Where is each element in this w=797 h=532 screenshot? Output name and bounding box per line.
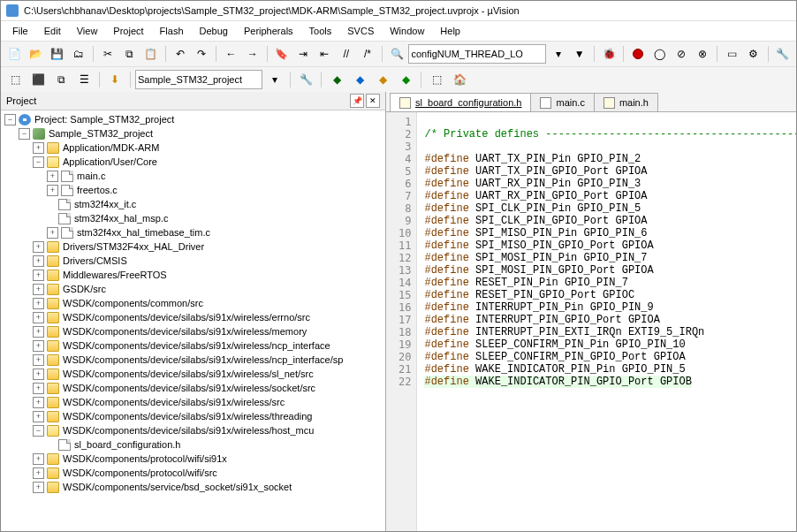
bookmark-button[interactable]: 🔖 <box>272 43 292 65</box>
expander-icon[interactable]: + <box>33 326 44 338</box>
tree-file-stm32it-c[interactable]: stm32f4xx_it.c <box>1 197 385 211</box>
expander-icon[interactable]: + <box>33 241 44 253</box>
pack-installer-button[interactable]: ◆ <box>372 69 393 90</box>
save-button[interactable]: 💾 <box>48 43 67 65</box>
batch-build-button[interactable]: ☰ <box>73 69 95 90</box>
outdent-button[interactable]: ⇤ <box>315 43 334 65</box>
window-layout-button[interactable]: ▭ <box>722 43 741 65</box>
expander-icon[interactable]: + <box>33 397 44 408</box>
menu-tools[interactable]: Tools <box>301 24 340 38</box>
expander-icon[interactable]: − <box>33 156 44 168</box>
find-combo[interactable] <box>408 44 546 64</box>
expander-icon[interactable]: + <box>33 482 44 493</box>
tree-group-proto-si91x[interactable]: +WSDK/components/protocol/wifi/si91x <box>1 452 385 466</box>
expander-icon[interactable]: + <box>47 185 58 196</box>
project-tree[interactable]: −Project: Sample_STM32_project−Sample_ST… <box>1 110 385 531</box>
expander-icon[interactable]: + <box>33 142 44 154</box>
menu-file[interactable]: File <box>4 24 36 38</box>
expander-icon[interactable]: + <box>33 340 44 352</box>
tree-group-gsdk[interactable]: +GSDK/src <box>1 282 385 296</box>
breakpoint-insert-button[interactable] <box>628 43 648 65</box>
manage-components-button[interactable]: ⬚ <box>426 69 447 90</box>
tree-file-freertos-c[interactable]: +freertos.c <box>1 183 385 197</box>
expander-icon[interactable]: + <box>33 284 44 295</box>
menu-window[interactable]: Window <box>382 24 432 38</box>
undo-button[interactable]: ↶ <box>171 43 190 65</box>
menu-svcs[interactable]: SVCS <box>339 24 382 38</box>
panel-pin-button[interactable]: 📌 <box>350 94 364 108</box>
redo-button[interactable]: ↷ <box>192 43 211 65</box>
expander-icon[interactable]: − <box>4 114 16 125</box>
tab-main-c[interactable]: main.c <box>530 93 594 111</box>
tree-group-ncp[interactable]: +WSDK/components/device/silabs/si91x/wir… <box>1 338 385 353</box>
paste-button[interactable]: 📋 <box>141 43 161 65</box>
expander-icon[interactable]: + <box>33 467 44 479</box>
breakpoint-toggle-button[interactable]: ◯ <box>649 43 669 65</box>
tab-main-h[interactable]: main.h <box>594 93 658 111</box>
menu-flash[interactable]: Flash <box>152 24 192 38</box>
tree-group-freertos[interactable]: +Middlewares/FreeRTOS <box>1 268 385 282</box>
tree-group-slnet[interactable]: +WSDK/components/device/silabs/si91x/wir… <box>1 367 385 381</box>
expander-icon[interactable]: − <box>33 425 44 437</box>
tree-group-memory[interactable]: +WSDK/components/device/silabs/si91x/wir… <box>1 324 385 338</box>
menu-debug[interactable]: Debug <box>192 24 236 38</box>
menu-project[interactable]: Project <box>105 24 151 38</box>
project-panel-header[interactable]: Project 📌 ✕ <box>1 92 385 110</box>
tree-target[interactable]: −Sample_STM32_project <box>1 126 385 141</box>
nav-back-button[interactable]: ← <box>221 43 240 65</box>
tree-group-errno[interactable]: +WSDK/components/device/silabs/si91x/wir… <box>1 310 385 324</box>
select-packs-button[interactable]: ◆ <box>349 69 370 90</box>
tree-group-ncp-sp[interactable]: +WSDK/components/device/silabs/si91x/wir… <box>1 353 385 367</box>
tree-group-threading[interactable]: +WSDK/components/device/silabs/si91x/wir… <box>1 409 385 423</box>
breakpoint-kill-button[interactable]: ⊗ <box>693 43 712 65</box>
copy-button[interactable]: ⧉ <box>119 43 139 65</box>
home-button[interactable]: 🏠 <box>449 69 470 90</box>
books-button[interactable]: ◆ <box>395 69 416 90</box>
tree-group-mdkarm[interactable]: +Application/MDK-ARM <box>1 141 385 155</box>
expander-icon[interactable]: + <box>33 453 44 465</box>
tree-file-main-c[interactable]: +main.c <box>1 169 385 183</box>
tree-group-haldriver[interactable]: +Drivers/STM32F4xx_HAL_Driver <box>1 239 385 254</box>
expander-icon[interactable]: + <box>33 270 44 281</box>
tree-file-haltimebase-c[interactable]: +stm32f4xx_hal_timebase_tim.c <box>1 225 385 239</box>
target-select[interactable] <box>135 70 262 89</box>
find-next-button[interactable]: ▾ <box>548 43 567 65</box>
download-button[interactable]: ⬇ <box>104 69 125 90</box>
debug-button[interactable]: 🐞 <box>599 43 619 65</box>
find-prev-button[interactable]: ▼ <box>570 43 589 65</box>
breakpoint-disable-button[interactable]: ⊘ <box>672 43 691 65</box>
tree-group-wireless-src[interactable]: +WSDK/components/device/silabs/si91x/wir… <box>1 395 385 409</box>
expander-icon[interactable]: + <box>33 298 44 309</box>
menu-peripherals[interactable]: Peripherals <box>236 24 301 38</box>
translate-button[interactable]: ⬚ <box>4 69 26 90</box>
expander-icon[interactable]: + <box>47 171 58 182</box>
uncomment-button[interactable]: /* <box>358 43 377 65</box>
tree-group-bsdsock[interactable]: +WSDK/components/service/bsd_socket/si91… <box>1 480 385 494</box>
expander-icon[interactable]: + <box>33 312 44 323</box>
expander-icon[interactable]: + <box>33 369 44 380</box>
source-text[interactable]: /* Private defines ---------------------… <box>417 112 796 531</box>
tree-group-socket[interactable]: +WSDK/components/device/silabs/si91x/wir… <box>1 381 385 395</box>
expander-icon[interactable]: − <box>19 128 30 140</box>
open-file-button[interactable]: 📂 <box>26 43 45 65</box>
expander-icon[interactable]: + <box>47 227 58 239</box>
code-editor[interactable]: 1 2 3 4 5 6 7 8 9 10 11 12 13 14 15 16 1… <box>386 112 796 531</box>
save-all-button[interactable]: 🗂 <box>69 43 88 65</box>
tree-group-common[interactable]: +WSDK/components/common/src <box>1 296 385 310</box>
configure-button[interactable]: ⚙ <box>743 43 763 65</box>
title-bar[interactable]: C:\Users\chbhanav\Desktop\projects\Sampl… <box>1 1 796 21</box>
options-button[interactable]: 🔧 <box>295 69 316 90</box>
menu-help[interactable]: Help <box>432 24 468 38</box>
nav-fwd-button[interactable]: → <box>243 43 262 65</box>
tree-group-cmsis[interactable]: +Drivers/CMSIS <box>1 254 385 268</box>
target-dropdown-button[interactable]: ▾ <box>264 69 285 90</box>
tools-button[interactable]: 🔧 <box>773 43 793 65</box>
tree-project-root[interactable]: −Project: Sample_STM32_project <box>1 112 385 126</box>
cut-button[interactable]: ✂ <box>98 43 118 65</box>
find-button[interactable]: 🔍 <box>387 43 406 65</box>
tree-group-hostmcu[interactable]: −WSDK/components/device/silabs/si91x/wir… <box>1 423 385 437</box>
panel-close-button[interactable]: ✕ <box>366 94 380 108</box>
tree-file-halmsp-c[interactable]: stm32f4xx_hal_msp.c <box>1 211 385 225</box>
tree-file-slboardconfig-h[interactable]: sl_board_configuration.h <box>1 437 385 452</box>
comment-button[interactable]: // <box>337 43 356 65</box>
